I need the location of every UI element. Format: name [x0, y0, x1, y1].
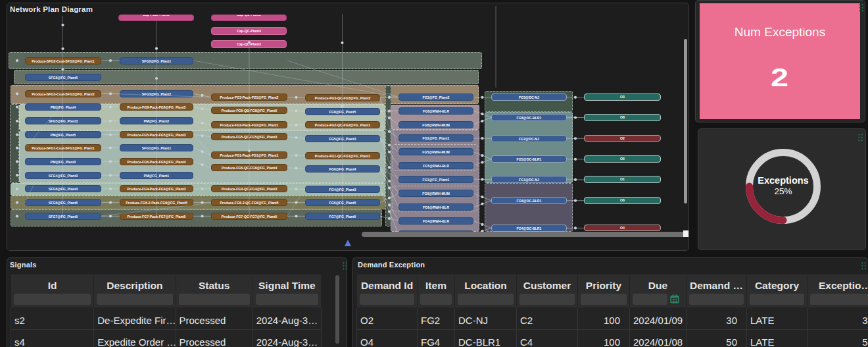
svg-text:Exceptions: Exceptions: [758, 175, 808, 186]
svg-text:25%: 25%: [774, 186, 792, 196]
